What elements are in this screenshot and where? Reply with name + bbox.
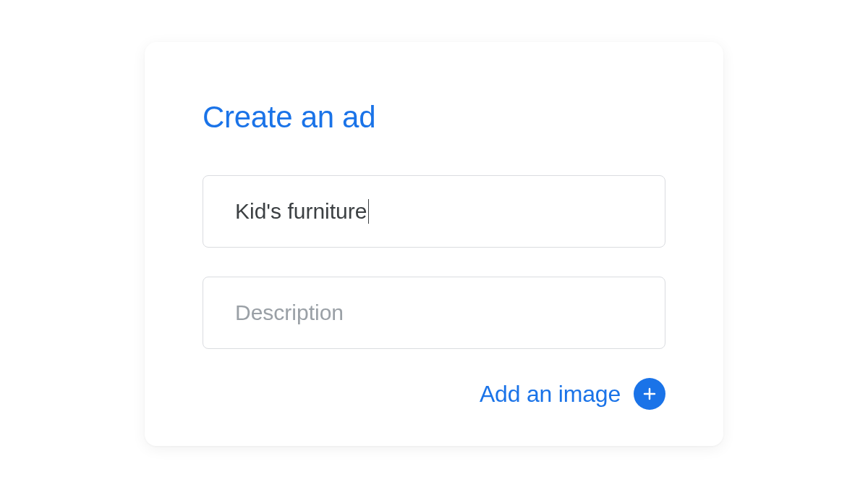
action-row: Add an image (203, 378, 665, 410)
add-image-button[interactable]: Add an image (480, 378, 665, 410)
text-cursor (368, 199, 369, 224)
card-title: Create an ad (203, 100, 665, 135)
add-image-label: Add an image (480, 381, 621, 408)
plus-icon (634, 378, 665, 410)
ad-description-input[interactable]: Description (203, 277, 665, 349)
ad-title-value: Kid's furniture (235, 199, 367, 224)
create-ad-card: Create an ad Kid's furniture Description… (145, 42, 723, 446)
ad-description-placeholder: Description (235, 300, 344, 325)
ad-title-input[interactable]: Kid's furniture (203, 175, 665, 248)
